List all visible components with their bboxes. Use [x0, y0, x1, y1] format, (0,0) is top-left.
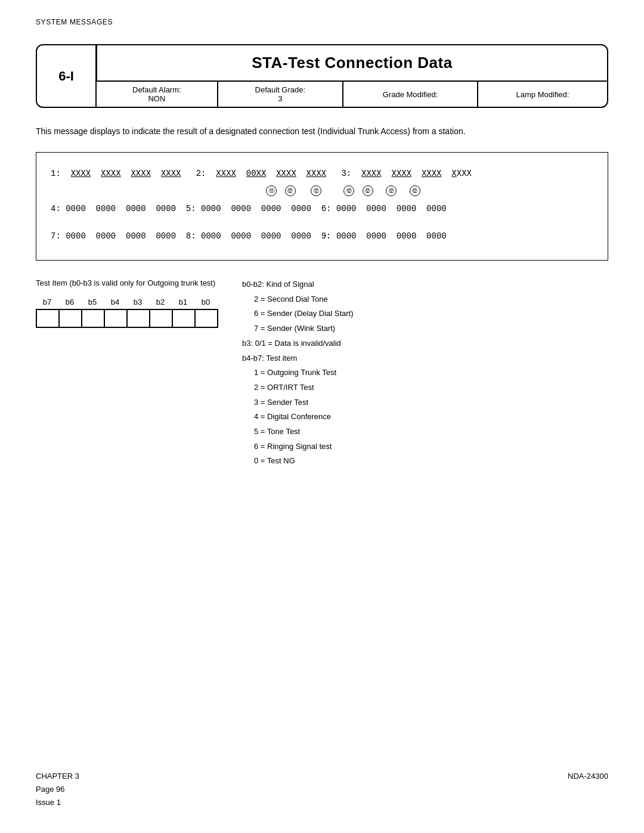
bit-section: Test Item (b0-b3 is valid only for Outgo… [36, 277, 608, 469]
bit-desc-6: 1 = Outgoing Trunk Test [254, 366, 354, 380]
bit-desc-0: b0-b2: Kind of Signal [242, 277, 354, 292]
bit-label-b6: b6 [58, 298, 81, 306]
data-row-1: 1: XXXX XXXX XXXX XXXX 2: XXXX 00XX XXXX… [51, 165, 593, 183]
footer-page: Page 96 [36, 783, 79, 796]
bit-desc-4: b3: 0/1 = Data is invalid/valid [242, 336, 354, 351]
bit-desc-8: 3 = Sender Test [254, 395, 354, 410]
bit-label-b2: b2 [149, 298, 172, 306]
bit-label-b3: b3 [126, 298, 149, 306]
data-box: 1: XXXX XXXX XXXX XXXX 2: XXXX 00XX XXXX… [36, 152, 608, 261]
bit-desc-12: 0 = Test NG [254, 454, 354, 469]
bit-box-b0 [196, 310, 218, 327]
col-default-grade: Default Grade: 3 [218, 81, 343, 107]
card-title: STA-Test Connection Data [97, 45, 607, 81]
data-row-spacer1 [51, 221, 593, 225]
bit-label-b5: b5 [81, 298, 104, 306]
bit-box-b2 [150, 310, 173, 327]
description-text: This message displays to indicate the re… [36, 125, 608, 138]
bit-box-b1 [173, 310, 196, 327]
page-header: SYSTEM MESSAGES [36, 18, 608, 26]
bit-box-b6 [60, 310, 82, 327]
bit-descriptions: b0-b2: Kind of Signal 2 = Second Dial To… [242, 277, 354, 469]
bit-boxes [36, 309, 218, 328]
bit-desc-2: 6 = Sender (Delay Dial Start) [254, 306, 354, 321]
bit-desc-5: b4-b7: Test item [242, 351, 354, 366]
footer-right: NDA-24300 [568, 770, 608, 809]
bit-label-b0: b0 [194, 298, 217, 306]
bit-desc-11: 6 = Ringing Signal test [254, 439, 354, 454]
bit-desc-3: 7 = Sender (Wink Start) [254, 321, 354, 336]
footer-issue: Issue 1 [36, 796, 79, 809]
annotation-row: ⑪ ⑫ ⑫ ⑫ ⑫ ⑫ ⑫ [51, 185, 593, 196]
col-grade-modified: Grade Modified: [343, 81, 478, 107]
bit-label-b1: b1 [172, 298, 194, 306]
data-row-789: 7: 0000 0000 0000 0000 8: 0000 0000 0000… [51, 227, 593, 246]
bit-desc-7: 2 = ORT/IRT Test [254, 380, 354, 395]
bit-desc-10: 5 = Tone Test [254, 425, 354, 439]
footer-chapter: CHAPTER 3 [36, 770, 79, 783]
col-lamp-modified: Lamp Modified: [478, 81, 607, 107]
col-default-alarm: Default Alarm: NON [97, 81, 218, 107]
bit-left: Test Item (b0-b3 is valid only for Outgo… [36, 277, 218, 328]
bit-desc-9: 4 = Digital Conference [254, 410, 354, 425]
bit-desc-1: 2 = Second Dial Tone [254, 292, 354, 307]
footer-left: CHAPTER 3 Page 96 Issue 1 [36, 770, 79, 809]
bit-label-b4: b4 [104, 298, 126, 306]
bit-box-b3 [128, 310, 150, 327]
test-item-label: Test Item (b0-b3 is valid only for Outgo… [36, 277, 218, 289]
bit-label-b7: b7 [36, 298, 58, 306]
page-footer: CHAPTER 3 Page 96 Issue 1 NDA-24300 [36, 770, 608, 809]
card-table: 6-I STA-Test Connection Data Default Ala… [36, 44, 608, 108]
bit-box-b5 [82, 310, 105, 327]
bit-box-b7 [37, 310, 60, 327]
bit-box-b4 [105, 310, 128, 327]
bit-labels: b7 b6 b5 b4 b3 b2 b1 b0 [36, 298, 218, 306]
card-id: 6-I [37, 45, 97, 107]
data-row-456: 4: 0000 0000 0000 0000 5: 0000 0000 0000… [51, 200, 593, 218]
